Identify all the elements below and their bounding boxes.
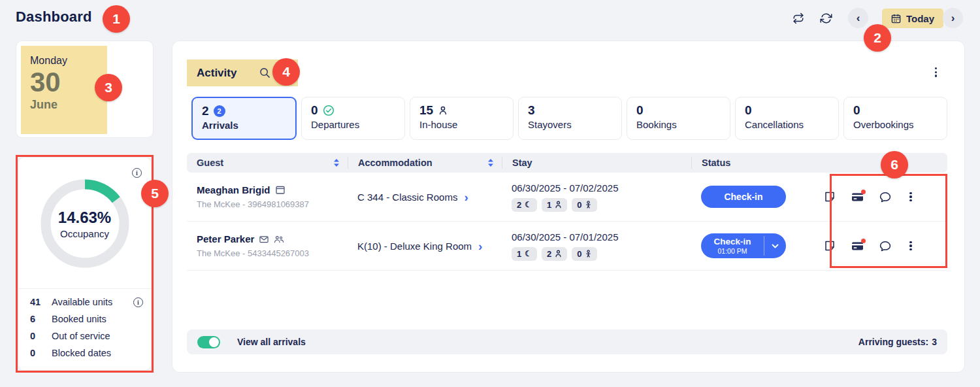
accommodation-name: K(10) - Deluxe King Room [357, 241, 472, 252]
child-icon [585, 201, 592, 209]
group-icon[interactable] [274, 235, 284, 243]
chevron-right-icon[interactable]: › [464, 191, 468, 203]
check-circle-icon [323, 105, 335, 116]
chevron-down-icon[interactable] [764, 233, 786, 258]
sort-icon[interactable] [487, 159, 494, 167]
tab-label: Arrivals [202, 120, 286, 131]
nights-badge: 2☾ [512, 198, 537, 212]
tab-value: 0 [636, 103, 644, 118]
adult-icon [555, 250, 562, 258]
arriving-guests-label: Arriving guests: [858, 337, 928, 347]
stat-booked-units: 6 Booked units [30, 312, 143, 326]
next-day-button[interactable]: › [943, 8, 963, 28]
guest-name: Peter Parker [197, 233, 254, 244]
arrivals-table: Guest Accommodation Stay Status [187, 153, 947, 271]
adults-value: 2 [547, 249, 551, 259]
adults-badge: 2 [542, 247, 567, 261]
annotation-marker-1: 1 [103, 5, 130, 33]
tab-label: Cancellations [745, 119, 829, 130]
sort-icon[interactable] [333, 159, 340, 167]
tab-label: In-house [419, 119, 504, 130]
nights-badge: 1☾ [512, 247, 537, 261]
date-block: Monday 30 June [21, 46, 107, 134]
note-icon[interactable] [824, 240, 836, 252]
check-in-split-button[interactable]: Check-in 01:00 PM [701, 233, 786, 258]
children-value: 0 [577, 249, 581, 259]
col-accommodation-label: Accommodation [358, 158, 433, 168]
notification-dot [861, 239, 866, 243]
date-card: Monday 30 June [16, 41, 154, 138]
toggle-label: View all arrivals [237, 337, 306, 347]
dashboard-page: Dashboard ‹ Today › Monday 30 June i 14.… [0, 0, 980, 387]
row-menu-kebab-icon[interactable] [907, 190, 914, 205]
tab-bookings[interactable]: 0 Bookings [627, 97, 730, 140]
stat-out-of-service: 0 Out of service [30, 329, 143, 343]
table-row: Meaghan Brigid The McKee - 3964981069387… [187, 173, 947, 222]
refresh-icon[interactable] [817, 9, 835, 27]
stat-value: 41 [30, 297, 52, 307]
tab-arrivals[interactable]: 2 2 Arrivals [191, 97, 297, 140]
nights-value: 2 [517, 200, 521, 210]
stat-label: Out of service [52, 331, 110, 341]
tab-cancellations[interactable]: 0 Cancellations [735, 97, 839, 140]
arriving-guests-count: 3 [932, 337, 937, 347]
booking-calendar-icon[interactable] [276, 186, 285, 194]
notification-dot [861, 190, 866, 194]
check-in-button[interactable]: Check-in [701, 186, 786, 208]
calendar-icon [891, 14, 901, 24]
table-footer-bar: View all arrivals Arriving guests:3 [187, 329, 947, 354]
moon-icon: ☾ [525, 249, 532, 258]
row-menu-kebab-icon[interactable] [907, 239, 914, 254]
stat-value: 6 [30, 314, 52, 324]
date-month: June [30, 98, 107, 112]
today-button[interactable]: Today [882, 8, 943, 28]
tab-value: 15 [419, 103, 433, 118]
adults-value: 1 [547, 200, 551, 210]
chat-icon[interactable] [879, 241, 891, 252]
tab-in-house[interactable]: 15 In-house [410, 97, 514, 140]
person-icon [438, 105, 448, 116]
check-in-time: 01:00 PM [718, 247, 747, 255]
envelope-icon[interactable] [259, 235, 269, 243]
guest-property: The McKee - 5433445267003 [197, 248, 340, 258]
repeat-icon[interactable] [789, 9, 808, 27]
annotation-marker-4: 4 [272, 58, 300, 86]
date-weekday: Monday [30, 55, 107, 67]
panel-menu-kebab-icon[interactable] [932, 65, 939, 80]
check-in-label: Check-in [713, 237, 751, 247]
annotation-marker-3: 3 [95, 74, 122, 101]
tab-stayovers[interactable]: 3 Stayovers [518, 97, 622, 140]
tab-departures[interactable]: 0 Departures [301, 97, 405, 140]
tab-overbookings[interactable]: 0 Overbookings [843, 97, 947, 140]
info-icon[interactable]: i [133, 297, 143, 307]
today-label: Today [906, 13, 934, 24]
tab-label: Stayovers [528, 119, 612, 130]
activity-panel: Activity 2 2 Arrivals 0 Depar [172, 41, 965, 373]
payment-card-icon[interactable] [851, 241, 864, 251]
occupancy-donut: 14.63% Occupancy [36, 175, 134, 273]
annotation-marker-5: 5 [141, 180, 169, 207]
annotation-marker-6: 6 [881, 151, 908, 178]
note-icon[interactable] [824, 191, 836, 203]
occupancy-label: Occupancy [60, 228, 109, 239]
prev-day-button[interactable]: ‹ [848, 8, 868, 28]
stat-label: Booked units [52, 314, 106, 324]
adult-icon [555, 201, 562, 209]
adults-badge: 1 [542, 198, 567, 212]
table-header: Guest Accommodation Stay Status [187, 153, 947, 173]
annotation-marker-2: 2 [864, 24, 891, 52]
tab-value: 0 [745, 103, 752, 118]
view-all-arrivals-toggle[interactable] [197, 336, 220, 348]
nights-value: 1 [517, 249, 521, 259]
guest-name: Meaghan Brigid [197, 184, 270, 195]
payment-card-icon[interactable] [851, 192, 864, 202]
chat-icon[interactable] [879, 192, 891, 203]
chevron-right-icon[interactable]: › [478, 240, 482, 252]
children-value: 0 [577, 200, 581, 210]
arriving-guests: Arriving guests:3 [858, 337, 937, 347]
activity-tabs: 2 2 Arrivals 0 Departures 15 [191, 97, 947, 140]
tab-value: 3 [528, 103, 535, 118]
col-status-label: Status [702, 158, 730, 168]
stay-dates: 06/30/2025 - 07/01/2025 [512, 231, 683, 243]
stat-value: 0 [30, 331, 52, 341]
